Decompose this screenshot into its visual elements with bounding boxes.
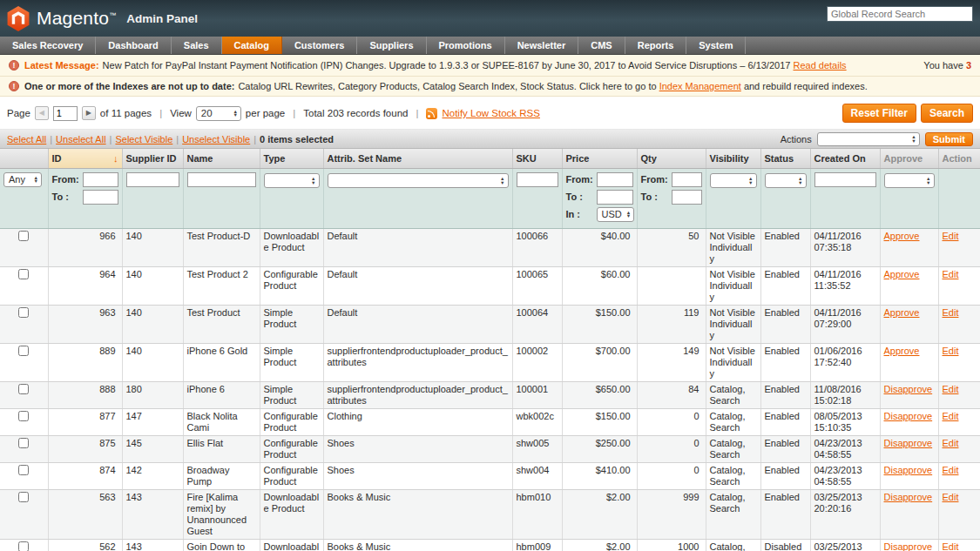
cell-name: Broadway Pump	[183, 462, 260, 489]
cell-approve: Approve	[880, 228, 938, 266]
nav-item-sales[interactable]: Sales	[172, 37, 222, 54]
qty-to-input[interactable]	[672, 190, 702, 205]
nav-item-catalog[interactable]: Catalog	[222, 37, 282, 54]
cell-action: Edit	[938, 228, 980, 266]
edit-link[interactable]: Edit	[943, 541, 959, 551]
column-header-name[interactable]: Name	[183, 149, 260, 168]
disapprove-link[interactable]: Disapprove	[884, 438, 933, 448]
column-header-attrib-set-name[interactable]: Attrib. Set Name	[323, 149, 512, 168]
disapprove-link[interactable]: Disapprove	[884, 384, 933, 394]
disapprove-link[interactable]: Disapprove	[884, 541, 933, 551]
unselect-visible-link[interactable]: Unselect Visible	[182, 134, 250, 144]
cell-status: Enabled	[760, 305, 810, 343]
edit-link[interactable]: Edit	[943, 269, 959, 279]
approve-filter-select[interactable]: ▲▼	[884, 173, 935, 188]
edit-link[interactable]: Edit	[943, 492, 959, 502]
id-from-input[interactable]	[83, 172, 118, 187]
edit-link[interactable]: Edit	[943, 438, 959, 448]
edit-link[interactable]: Edit	[943, 411, 959, 421]
reset-filter-button[interactable]: Reset Filter	[842, 104, 916, 123]
page-number-input[interactable]	[53, 106, 78, 121]
nav-item-system[interactable]: System	[686, 37, 746, 54]
cell-status: Enabled	[760, 228, 810, 266]
actions-select[interactable]: ▲▼	[817, 132, 920, 146]
row-checkbox[interactable]	[18, 384, 29, 394]
row-checkbox[interactable]	[18, 465, 29, 475]
row-checkbox[interactable]	[18, 269, 29, 279]
unselect-all-link[interactable]: Unselect All	[56, 134, 105, 144]
edit-link[interactable]: Edit	[943, 465, 959, 475]
nav-item-newsletter[interactable]: Newsletter	[505, 37, 579, 54]
nav-item-dashboard[interactable]: Dashboard	[96, 37, 171, 54]
row-checkbox[interactable]	[18, 307, 29, 318]
next-page-button[interactable]: ▶	[82, 106, 96, 120]
currency-select[interactable]: USD▲▼	[597, 207, 635, 222]
nav-item-suppliers[interactable]: Suppliers	[357, 37, 426, 54]
row-checkbox[interactable]	[18, 346, 29, 356]
edit-link[interactable]: Edit	[943, 384, 959, 394]
row-checkbox[interactable]	[18, 438, 29, 448]
disapprove-link[interactable]: Disapprove	[884, 492, 933, 502]
approve-link[interactable]: Approve	[884, 307, 920, 318]
row-checkbox-cell	[0, 435, 48, 462]
column-header-id[interactable]: ID↓	[48, 149, 122, 168]
nav-item-customers[interactable]: Customers	[282, 37, 357, 54]
attrib-set-filter-select[interactable]: ▲▼	[328, 173, 509, 188]
column-header-status[interactable]: Status	[760, 149, 810, 168]
status-filter-select[interactable]: ▲▼	[765, 173, 807, 188]
select-all-link[interactable]: Select All	[7, 134, 46, 144]
global-search-input[interactable]	[827, 6, 973, 22]
row-checkbox[interactable]	[18, 411, 29, 421]
brand-name: Magento™	[37, 8, 116, 29]
approve-link[interactable]: Approve	[884, 346, 920, 356]
edit-link[interactable]: Edit	[943, 307, 959, 318]
grid-header-row: ID↓ Supplier ID Name Type Attrib. Set Na…	[0, 149, 980, 168]
read-details-link[interactable]: Read details	[793, 60, 846, 71]
row-checkbox[interactable]	[18, 492, 29, 502]
column-header-sku[interactable]: SKU	[512, 149, 562, 168]
per-page-select[interactable]: 20▲▼	[196, 106, 241, 121]
column-header-supplier-id[interactable]: Supplier ID	[122, 149, 183, 168]
column-header-qty[interactable]: Qty	[637, 149, 706, 168]
column-header-visibility[interactable]: Visibility	[706, 149, 760, 168]
nav-item-reports[interactable]: Reports	[625, 37, 687, 54]
disapprove-link[interactable]: Disapprove	[884, 465, 933, 475]
visibility-filter-select[interactable]: ▲▼	[710, 173, 757, 188]
price-from-input[interactable]	[597, 172, 633, 187]
nav-item-cms[interactable]: CMS	[578, 37, 625, 54]
nav-item-sales-recovery[interactable]: Sales Recovery	[0, 37, 96, 54]
cell-status: Enabled	[760, 462, 810, 489]
approve-link[interactable]: Approve	[884, 269, 920, 279]
cell-qty: 999	[637, 489, 706, 539]
approve-link[interactable]: Approve	[884, 231, 920, 241]
edit-link[interactable]: Edit	[943, 231, 959, 241]
table-row: 562143Goin Down to the Bus Stop by TBird…	[0, 539, 980, 551]
column-header-price[interactable]: Price	[562, 149, 637, 168]
sku-filter-input[interactable]	[517, 172, 558, 187]
supplier-id-filter-input[interactable]	[126, 172, 179, 187]
disapprove-link[interactable]: Disapprove	[884, 411, 933, 421]
low-stock-rss-link[interactable]: Notify Low Stock RSS	[442, 108, 539, 118]
nav-item-promotions[interactable]: Promotions	[427, 37, 505, 54]
type-filter-select[interactable]: ▲▼	[264, 173, 320, 188]
cell-visibility: Catalog, Search	[706, 435, 760, 462]
prev-page-button[interactable]: ◀	[35, 106, 49, 120]
cell-visibility: Catalog, Search	[706, 462, 760, 489]
any-select[interactable]: Any▲▼	[3, 172, 42, 187]
column-header-created-on[interactable]: Created On	[810, 149, 880, 168]
id-to-input[interactable]	[83, 190, 118, 205]
search-button[interactable]: Search	[921, 104, 973, 123]
column-header-type[interactable]: Type	[260, 149, 323, 168]
cell-attrib-set: Clothing	[323, 408, 512, 435]
submit-button[interactable]: Submit	[925, 132, 973, 146]
row-checkbox[interactable]	[18, 541, 29, 551]
created-on-filter-input[interactable]	[814, 172, 876, 187]
select-visible-link[interactable]: Select Visible	[115, 134, 172, 144]
price-to-input[interactable]	[597, 190, 633, 205]
qty-from-input[interactable]	[672, 172, 702, 187]
edit-link[interactable]: Edit	[943, 346, 959, 356]
grid-toolbar: Page ◀ ▶ of 11 pages | View 20▲▼ per pag…	[0, 97, 980, 126]
index-management-link[interactable]: Index Management	[659, 81, 741, 91]
row-checkbox[interactable]	[18, 231, 29, 241]
name-filter-input[interactable]	[187, 172, 256, 187]
